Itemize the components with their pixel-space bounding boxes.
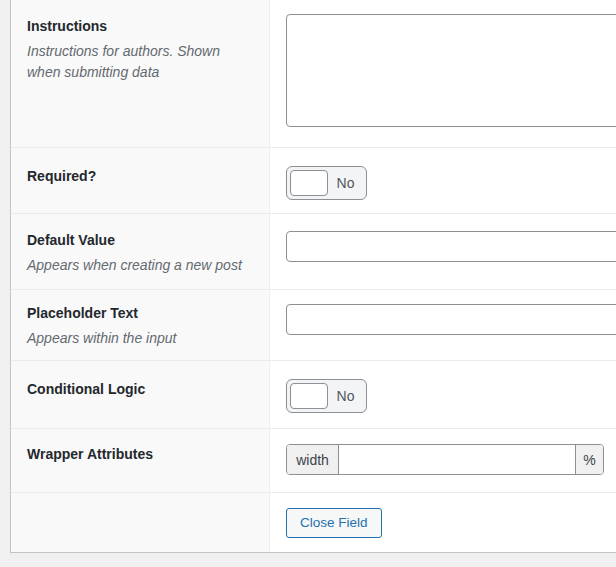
wrapper-width-group: width % (286, 444, 604, 475)
required-label-cell: Required? (11, 148, 270, 213)
setting-row-footer: Close Field (11, 492, 616, 552)
field-settings-panel: Instructions Instructions for authors. S… (10, 0, 616, 553)
conditional-logic-toggle-value: No (328, 388, 363, 404)
setting-row-wrapper-attributes: Wrapper Attributes width % (11, 428, 616, 492)
required-input-cell: No (270, 148, 616, 213)
placeholder-input[interactable] (286, 304, 616, 335)
placeholder-input-cell (270, 290, 616, 360)
instructions-input-cell (270, 0, 616, 147)
conditional-logic-toggle-knob[interactable] (290, 383, 328, 409)
wrapper-width-input[interactable] (339, 445, 575, 474)
setting-row-required: Required? No (11, 147, 616, 213)
default-value-description: Appears when creating a new post (27, 255, 253, 276)
required-toggle-knob[interactable] (290, 170, 328, 196)
wrapper-attributes-label-cell: Wrapper Attributes (11, 429, 270, 492)
instructions-label-cell: Instructions Instructions for authors. S… (11, 0, 270, 147)
field-settings-page: Instructions Instructions for authors. S… (0, 0, 616, 567)
conditional-logic-label-cell: Conditional Logic (11, 361, 270, 428)
required-toggle[interactable]: No (286, 166, 367, 200)
wrapper-attributes-input-cell: width % (270, 429, 616, 492)
placeholder-label-cell: Placeholder Text Appears within the inpu… (11, 290, 270, 360)
instructions-label: Instructions (27, 18, 253, 34)
placeholder-label: Placeholder Text (27, 305, 253, 321)
wrapper-width-suffix: % (575, 445, 603, 474)
setting-row-conditional-logic: Conditional Logic No (11, 360, 616, 428)
default-value-input-cell (270, 214, 616, 289)
setting-row-instructions: Instructions Instructions for authors. S… (11, 0, 616, 147)
setting-row-placeholder: Placeholder Text Appears within the inpu… (11, 289, 616, 360)
wrapper-attributes-label: Wrapper Attributes (27, 446, 253, 462)
required-toggle-value: No (328, 175, 363, 191)
footer-label-cell (11, 493, 270, 552)
footer-input-cell: Close Field (270, 493, 616, 552)
default-value-label-cell: Default Value Appears when creating a ne… (11, 214, 270, 289)
conditional-logic-toggle[interactable]: No (286, 379, 367, 413)
setting-row-default-value: Default Value Appears when creating a ne… (11, 213, 616, 289)
default-value-input[interactable] (286, 231, 616, 262)
close-field-button[interactable]: Close Field (286, 508, 382, 538)
wrapper-width-prefix: width (287, 445, 339, 474)
placeholder-description: Appears within the input (27, 328, 253, 349)
default-value-label: Default Value (27, 232, 253, 248)
conditional-logic-label: Conditional Logic (27, 381, 253, 397)
required-label: Required? (27, 168, 253, 184)
conditional-logic-input-cell: No (270, 361, 616, 428)
instructions-description: Instructions for authors. Shown when sub… (27, 41, 253, 83)
instructions-textarea[interactable] (286, 14, 616, 127)
